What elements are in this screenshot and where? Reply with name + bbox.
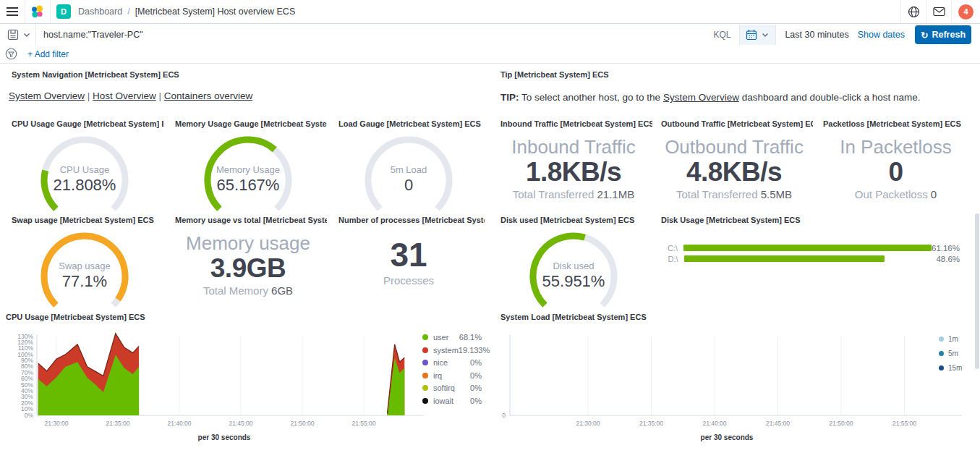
- legend-dot-icon: [939, 365, 944, 371]
- disk-used-gauge: Disk used55.951%: [516, 229, 631, 317]
- panel-disk-used: Disk used [Metricbeat System] ECS Disk u…: [495, 212, 652, 306]
- disk-value: 61.16%: [932, 244, 968, 253]
- metric-sub: Total Transferred 5.5MB: [655, 187, 813, 203]
- time-range-label[interactable]: Last 30 minutes: [776, 30, 857, 40]
- breadcrumb-dashboard[interactable]: Dashboard: [78, 7, 122, 17]
- legend-item-1m[interactable]: 1m: [939, 335, 975, 343]
- metric-sub: Total Memory 6GB: [169, 283, 327, 299]
- load-gauge: 5m Load0: [351, 132, 466, 221]
- legend-value: 0%: [464, 358, 482, 367]
- gauge-label: Disk used: [516, 261, 631, 271]
- panel-inbound-traffic: Inbound Traffic [Metricbeat System] ECS …: [495, 116, 652, 211]
- legend-item-iowait[interactable]: iowait0%: [422, 397, 482, 405]
- vertical-scrollbar[interactable]: [975, 213, 979, 369]
- breadcrumb-current: [Metricbeat System] Host overview ECS: [135, 7, 296, 17]
- svg-text:21:35:00: 21:35:00: [639, 420, 663, 427]
- legend-item-softirq[interactable]: softirq0%: [422, 384, 482, 392]
- panel-swap-usage: Swap usage [Metricbeat System] ECS Swap …: [6, 212, 163, 306]
- legend-value: 0%: [464, 397, 482, 405]
- gauge-label: Memory Usage: [190, 164, 306, 175]
- disk-usage-row: D:\48.6%: [660, 255, 968, 262]
- packetloss-metric: In Packetloss 0 Out Packetloss 0: [817, 136, 974, 203]
- add-filter-button[interactable]: + Add filter: [27, 49, 69, 59]
- legend-dot-icon: [422, 398, 428, 404]
- svg-text:21:55:00: 21:55:00: [351, 420, 375, 427]
- saved-query-icon: [7, 29, 19, 41]
- panel-title: Outbound Traffic [Metricbeat System] ECS: [655, 116, 813, 128]
- panel-title: Swap usage [Metricbeat System] ECS: [6, 212, 163, 224]
- dashboard-link[interactable]: System Overview: [9, 90, 85, 101]
- panel-title: Load Gauge [Metricbeat System] ECS: [333, 116, 485, 128]
- legend-item-nice[interactable]: nice0%: [422, 358, 482, 367]
- deployment-globe-icon: [908, 6, 920, 18]
- newsfeed-button[interactable]: [926, 0, 951, 23]
- svg-text:21:40:00: 21:40:00: [167, 420, 191, 427]
- legend-name: 1m: [948, 335, 975, 343]
- legend-value: 0%: [464, 384, 482, 392]
- load-chart-legend: 1m5m15m: [939, 335, 975, 378]
- divider: [951, 0, 952, 23]
- query-input[interactable]: [36, 25, 704, 44]
- svg-text:21:40:00: 21:40:00: [702, 420, 726, 427]
- filter-bar: + Add filter: [0, 45, 980, 64]
- disk-label: C:\: [660, 244, 678, 253]
- svg-text:0: 0: [502, 412, 506, 419]
- top-nav-right: 4: [900, 0, 980, 23]
- legend-item-15m[interactable]: 15m: [939, 364, 975, 372]
- calendar-icon: [746, 29, 757, 41]
- metric-value: 1.8KB/s: [495, 158, 652, 187]
- show-dates-button[interactable]: Show dates: [858, 30, 915, 40]
- svg-text:21:30:00: 21:30:00: [576, 420, 600, 427]
- metric-heading: Memory usage: [169, 232, 327, 254]
- svg-text:130%: 130%: [17, 333, 33, 340]
- user-avatar[interactable]: 4: [958, 4, 973, 20]
- refresh-button[interactable]: ↻ Refresh: [915, 25, 971, 44]
- svg-text:21:35:00: 21:35:00: [106, 420, 129, 427]
- system-overview-link[interactable]: System Overview: [663, 92, 739, 103]
- memory-usage-metric: Memory usage 3.9GB Total Memory 6GB: [169, 232, 327, 299]
- elastic-logo[interactable]: [25, 0, 50, 23]
- disk-value: 48.6%: [936, 255, 968, 263]
- panel-title: Disk used [Metricbeat System] ECS: [495, 212, 652, 224]
- memory-usage-gauge: Memory Usage65.167%: [190, 132, 306, 221]
- disk-bar-track: [684, 255, 937, 262]
- panel-memory-usage-gauge: Memory Usage Gauge [Metricbeat System] E…: [169, 116, 327, 211]
- svg-text:21:30:00: 21:30:00: [44, 420, 68, 427]
- dashboard-link[interactable]: Containers overview: [164, 90, 252, 101]
- legend-item-5m[interactable]: 5m: [939, 350, 975, 357]
- menu-hamburger-button[interactable]: [0, 0, 25, 23]
- chevron-down-icon: [22, 30, 31, 39]
- saved-query-menu-button[interactable]: [0, 25, 36, 45]
- panel-load-gauge: Load Gauge [Metricbeat System] ECS 5m Lo…: [333, 116, 485, 211]
- cpu-usage-area-chart: 21:30:0021:35:0021:40:0021:45:0021:50:00…: [0, 329, 490, 434]
- legend-value: 68.1%: [459, 333, 482, 342]
- gauge-label: CPU Usage: [27, 164, 142, 175]
- breadcrumb-separator: /: [127, 7, 129, 17]
- panel-title: Memory usage vs total [Metricbeat System…: [169, 212, 327, 224]
- pinned-filters-button[interactable]: [0, 45, 22, 64]
- dashboard-link[interactable]: Host Overview: [93, 90, 156, 101]
- gauge-value: 65.167%: [190, 176, 306, 195]
- panel-memory-vs-total: Memory usage vs total [Metricbeat System…: [169, 212, 327, 306]
- date-picker-menu-button[interactable]: [739, 25, 776, 45]
- cpu-usage-gauge: CPU Usage21.808%: [27, 132, 142, 221]
- panel-disk-usage: Disk Usage [Metricbeat System] ECS C:\61…: [655, 212, 974, 306]
- svg-text:21:45:00: 21:45:00: [766, 420, 790, 427]
- legend-item-user[interactable]: user68.1%: [422, 333, 482, 342]
- legend-dot-icon: [422, 347, 428, 353]
- legend-item-irq[interactable]: irq0%: [422, 371, 482, 380]
- system-load-line-chart: 21:30:0021:35:0021:40:0021:45:0021:50:00…: [495, 329, 980, 434]
- legend-item-system[interactable]: system19.133%: [422, 346, 482, 355]
- space-badge[interactable]: D: [56, 4, 71, 19]
- query-language-button[interactable]: KQL: [704, 30, 739, 40]
- deployment-button[interactable]: [901, 0, 926, 23]
- legend-dot-icon: [422, 373, 428, 378]
- gauge-value: 55.951%: [516, 272, 631, 291]
- link-separator: |: [85, 90, 93, 101]
- top-navigation-bar: D Dashboard / [Metricbeat System] Host o…: [0, 0, 980, 24]
- disk-usage-row: C:\61.16%: [660, 245, 968, 251]
- legend-value: 0%: [464, 371, 482, 380]
- disk-bar: [684, 255, 885, 262]
- legend-dot-icon: [422, 360, 428, 365]
- gauge-value: 0: [351, 176, 466, 195]
